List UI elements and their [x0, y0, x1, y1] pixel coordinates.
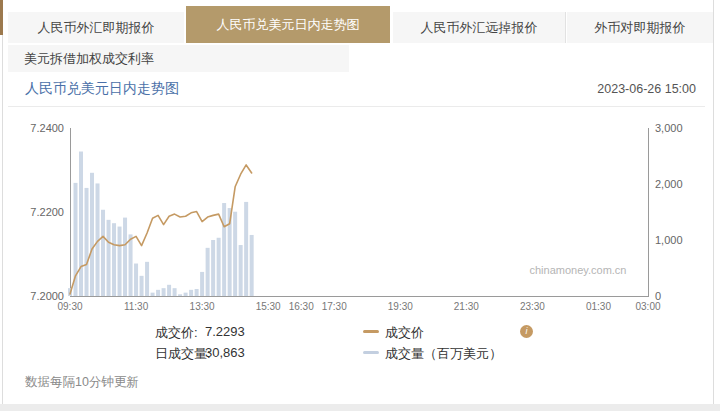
tab-cny-usd-intraday-chart[interactable]: 人民币兑美元日内走势图	[186, 6, 390, 43]
volume-bar	[112, 223, 116, 296]
card-border-left	[2, 35, 3, 404]
volume-bar	[250, 235, 254, 296]
volume-bar	[96, 183, 100, 296]
volume-bar	[244, 202, 248, 296]
tab-foreign-currency-spot-quotes[interactable]: 外币对即期报价	[567, 12, 713, 43]
volume-bar	[79, 152, 83, 296]
volume-bar	[200, 272, 204, 296]
volume-bar	[118, 227, 122, 296]
price-legend-swatch	[363, 330, 379, 333]
volume-bar	[189, 290, 193, 296]
volume-bar	[90, 173, 94, 296]
volume-axis-tick: 1,000	[655, 234, 683, 246]
volume-bar	[145, 262, 149, 296]
volume-bar	[101, 210, 105, 296]
volume-axis-tick: 3,000	[655, 122, 683, 134]
time-axis-tick: 19:30	[388, 301, 413, 312]
time-axis-tick: 03:00	[635, 301, 660, 312]
time-axis-tick: 21:30	[454, 301, 479, 312]
volume-bar	[206, 248, 210, 296]
volume-legend-label: 成交量（百万美元）	[385, 345, 502, 363]
volume-bar	[233, 212, 237, 296]
day-volume-label: 日成交量:	[155, 345, 211, 363]
tab-cny-fx-forward-swap-quotes[interactable]: 人民币外汇远掉报价	[393, 12, 566, 43]
page-bottom-strip	[0, 404, 720, 411]
time-axis-tick: 09:30	[57, 301, 82, 312]
volume-bar	[151, 293, 155, 296]
time-axis-tick: 17:30	[322, 301, 347, 312]
info-icon[interactable]: i	[520, 325, 533, 338]
price-line	[70, 165, 252, 294]
volume-bar	[68, 288, 72, 296]
price-axis-tick: 7.2400	[30, 122, 64, 134]
last-price-value: 7.2293	[205, 324, 245, 339]
volume-bar	[74, 183, 78, 296]
volume-bar	[178, 294, 182, 296]
volume-bar	[167, 285, 171, 296]
volume-bar	[123, 218, 127, 296]
tab-usd-lending-weighted-rate[interactable]: 美元拆借加权成交利率	[8, 45, 349, 72]
volume-bar	[162, 288, 166, 296]
data-timestamp: 2023-06-26 15:00	[597, 82, 696, 96]
page-title: 人民币兑美元日内走势图	[25, 80, 179, 98]
update-interval-note: 数据每隔10分钟更新	[25, 374, 139, 391]
volume-bar	[195, 289, 199, 296]
tab-cny-fx-spot-quotes[interactable]: 人民币外汇即期报价	[8, 12, 184, 43]
volume-bar	[211, 240, 215, 296]
volume-legend-swatch	[363, 351, 379, 354]
time-axis-tick: 15:30	[256, 301, 281, 312]
volume-bar	[173, 288, 177, 296]
volume-bar	[239, 245, 243, 296]
window-edge-sliver	[0, 0, 3, 35]
volume-axis-tick: 2,000	[655, 178, 683, 190]
volume-bar	[129, 234, 133, 296]
volume-bar	[228, 208, 232, 296]
watermark: chinamoney.com.cn	[529, 264, 626, 276]
last-price-label: 成交价:	[155, 324, 198, 342]
volume-axis-tick: 0	[655, 290, 661, 302]
time-axis-tick: 13:30	[190, 301, 215, 312]
volume-bar	[222, 203, 226, 296]
time-axis-tick: 23:30	[520, 301, 545, 312]
volume-bar	[156, 290, 160, 296]
price-axis-tick: 7.2000	[30, 290, 64, 302]
time-axis-tick: 16:30	[289, 301, 314, 312]
volume-bar	[217, 238, 221, 296]
time-axis-tick: 11:30	[124, 301, 149, 312]
price-axis-tick: 7.2200	[30, 206, 64, 218]
volume-bar	[134, 264, 138, 296]
title-divider	[8, 106, 705, 107]
card-border-right	[713, 0, 714, 404]
volume-bar	[107, 220, 111, 296]
volume-bar	[85, 188, 89, 296]
price-legend-label: 成交价	[385, 324, 424, 342]
day-volume-value: 30,863	[205, 345, 245, 360]
volume-bar	[140, 276, 144, 296]
time-axis-tick: 01:30	[586, 301, 611, 312]
volume-bar	[184, 293, 188, 296]
